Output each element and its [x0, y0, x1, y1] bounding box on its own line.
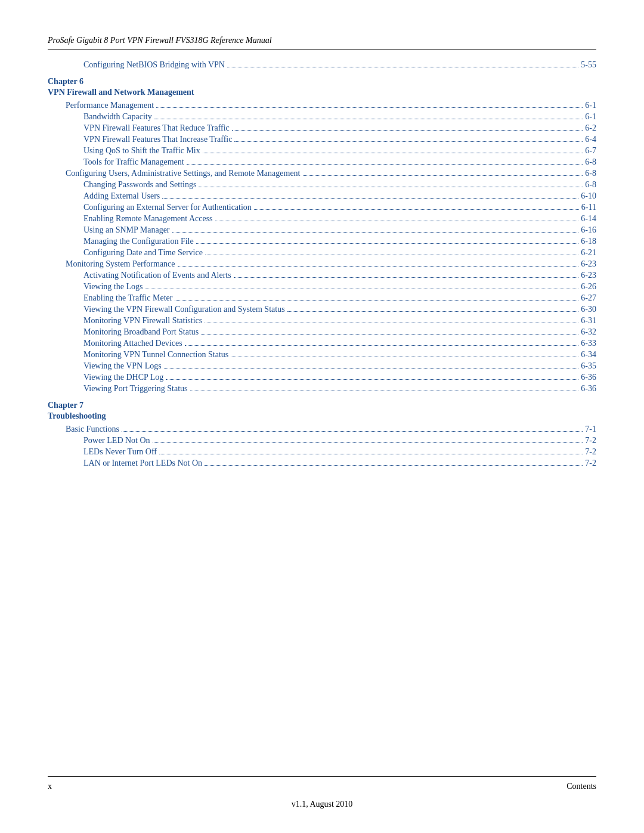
toc-entry[interactable]: VPN Firewall Features That Reduce Traffi… [48, 123, 596, 133]
toc-link[interactable]: VPN Firewall Features That Increase Traf… [83, 135, 232, 144]
toc-link[interactable]: Performance Management [66, 101, 154, 110]
toc-entry[interactable]: Viewing Port Triggering Status6-36 [48, 384, 596, 394]
toc-entry[interactable]: Monitoring Broadband Port Status6-32 [48, 327, 596, 337]
toc-page: 6-4 [585, 135, 596, 144]
toc-entry[interactable]: Tools for Traffic Management6-8 [48, 157, 596, 167]
toc-entry[interactable]: Monitoring VPN Tunnel Connection Status6… [48, 350, 596, 360]
toc-page: 7-2 [585, 459, 596, 468]
toc-link[interactable]: Enabling Remote Management Access [83, 214, 213, 224]
toc-entry[interactable]: Viewing the DHCP Log6-36 [48, 373, 596, 382]
header-title: ProSafe Gigabit 8 Port VPN Firewall FVS3… [48, 36, 272, 45]
toc-page: 6-11 [581, 203, 596, 212]
toc-entry[interactable]: Adding External Users6-10 [48, 191, 596, 201]
toc-entry[interactable]: Viewing the VPN Firewall Configuration a… [48, 305, 596, 314]
toc-dots [234, 141, 583, 142]
footer-version: v1.1, August 2010 [0, 800, 644, 809]
toc-entry[interactable]: Configuring an External Server for Authe… [48, 203, 596, 212]
toc-dots [215, 221, 579, 221]
toc-page: 6-33 [581, 339, 596, 348]
toc-page: 6-31 [581, 316, 596, 326]
toc-entry[interactable]: Managing the Configuration File6-18 [48, 237, 596, 246]
toc-dots [303, 175, 583, 176]
toc-link[interactable]: Monitoring VPN Tunnel Connection Status [83, 350, 228, 360]
toc-container: Configuring NetBIOS Bridging with VPN5-5… [48, 60, 596, 468]
toc-link[interactable]: Tools for Traffic Management [83, 157, 184, 167]
toc-page: 6-23 [581, 259, 596, 269]
toc-entry[interactable]: Configuring NetBIOS Bridging with VPN5-5… [48, 60, 596, 70]
toc-entry[interactable]: Viewing the Logs6-26 [48, 282, 596, 292]
toc-link[interactable]: Monitoring Attached Devices [83, 339, 182, 348]
toc-link[interactable]: Bandwidth Capacity [83, 112, 152, 122]
toc-dots [175, 300, 578, 301]
toc-link[interactable]: Enabling the Traffic Meter [83, 293, 172, 303]
toc-link[interactable]: Changing Passwords and Settings [83, 180, 196, 190]
toc-entry[interactable]: Performance Management6-1 [48, 101, 596, 110]
toc-link[interactable]: Adding External Users [83, 191, 160, 201]
toc-link[interactable]: LAN or Internet Port LEDs Not On [83, 459, 202, 468]
toc-link[interactable]: Viewing the Logs [83, 282, 143, 292]
toc-dots [231, 357, 578, 357]
toc-link[interactable]: Using QoS to Shift the Traffic Mix [83, 146, 200, 156]
toc-entry[interactable]: Bandwidth Capacity6-1 [48, 112, 596, 122]
toc-link[interactable]: Configuring Users, Administrative Settin… [66, 169, 301, 178]
toc-entry[interactable]: Enabling the Traffic Meter6-27 [48, 293, 596, 303]
toc-link[interactable]: Viewing the VPN Logs [83, 361, 162, 371]
toc-entry[interactable]: Monitoring Attached Devices6-33 [48, 339, 596, 348]
toc-entry[interactable]: Changing Passwords and Settings6-8 [48, 180, 596, 190]
toc-entry[interactable]: LEDs Never Turn Off7-2 [48, 447, 596, 457]
toc-link[interactable]: Configuring Date and Time Service [83, 248, 203, 258]
toc-entry[interactable]: Configuring Date and Time Service6-21 [48, 248, 596, 258]
toc-dots [199, 187, 583, 187]
toc-dots [234, 277, 579, 278]
toc-dots [166, 379, 578, 380]
toc-dots [190, 391, 579, 391]
toc-dots [205, 465, 583, 466]
toc-link[interactable]: Viewing the DHCP Log [83, 373, 163, 382]
toc-link[interactable]: VPN Firewall Features That Reduce Traffi… [83, 123, 230, 133]
toc-entry[interactable]: Using QoS to Shift the Traffic Mix6-7 [48, 146, 596, 156]
toc-entry[interactable]: LAN or Internet Port LEDs Not On7-2 [48, 459, 596, 468]
toc-dots [145, 289, 578, 289]
toc-dots [122, 431, 583, 432]
toc-entry[interactable]: Power LED Not On7-2 [48, 436, 596, 445]
toc-page: 6-1 [585, 101, 596, 110]
toc-dots [196, 243, 579, 244]
toc-dots [153, 442, 583, 443]
toc-link[interactable]: Basic Functions [66, 425, 119, 434]
toc-entry[interactable]: Monitoring System Performance6-23 [48, 259, 596, 269]
toc-entry[interactable]: Configuring Users, Administrative Settin… [48, 169, 596, 178]
toc-entry[interactable]: Activating Notification of Events and Al… [48, 271, 596, 280]
chapter-subheading: Troubleshooting [48, 411, 596, 421]
toc-dots [159, 454, 583, 454]
toc-entry[interactable]: Enabling Remote Management Access6-14 [48, 214, 596, 224]
toc-link[interactable]: Configuring NetBIOS Bridging with VPN [83, 60, 225, 70]
page-header: ProSafe Gigabit 8 Port VPN Firewall FVS3… [48, 36, 596, 49]
toc-dots [201, 334, 578, 335]
toc-page: 6-2 [585, 123, 596, 133]
toc-page: 7-2 [585, 436, 596, 445]
toc-page: 7-1 [585, 425, 596, 434]
toc-link[interactable]: Viewing the VPN Firewall Configuration a… [83, 305, 285, 314]
toc-page: 6-1 [585, 112, 596, 122]
toc-link[interactable]: Monitoring VPN Firewall Statistics [83, 316, 202, 326]
toc-link[interactable]: Power LED Not On [83, 436, 150, 445]
toc-dots [164, 368, 579, 368]
toc-link[interactable]: Configuring an External Server for Authe… [83, 203, 252, 212]
toc-page: 6-14 [581, 214, 596, 224]
toc-entry[interactable]: Viewing the VPN Logs6-35 [48, 361, 596, 371]
toc-entry[interactable]: VPN Firewall Features That Increase Traf… [48, 135, 596, 144]
toc-link[interactable]: Using an SNMP Manager [83, 225, 170, 235]
toc-link[interactable]: Monitoring System Performance [66, 259, 175, 269]
chapter-subheading: VPN Firewall and Network Management [48, 88, 596, 97]
toc-link[interactable]: Managing the Configuration File [83, 237, 194, 246]
toc-dots [156, 107, 583, 108]
toc-link[interactable]: Activating Notification of Events and Al… [83, 271, 231, 280]
toc-entry[interactable]: Using an SNMP Manager6-16 [48, 225, 596, 235]
toc-entry[interactable]: Monitoring VPN Firewall Statistics6-31 [48, 316, 596, 326]
toc-page: 6-27 [581, 293, 596, 303]
toc-link[interactable]: Monitoring Broadband Port Status [83, 327, 199, 337]
toc-entry[interactable]: Basic Functions7-1 [48, 425, 596, 434]
toc-link[interactable]: Viewing Port Triggering Status [83, 384, 188, 394]
footer-left: x [48, 782, 52, 791]
toc-link[interactable]: LEDs Never Turn Off [83, 447, 157, 457]
